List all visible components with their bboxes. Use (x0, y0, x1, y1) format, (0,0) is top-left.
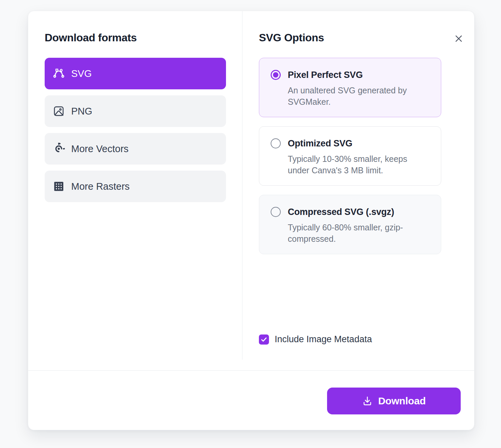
option-card-pixel-perfect[interactable]: Pixel Perfect SVG An unaltered SVG gener… (259, 58, 441, 117)
close-icon (454, 34, 464, 44)
metadata-row: Include Image Metadata (259, 334, 474, 345)
include-metadata-label: Include Image Metadata (275, 334, 372, 345)
download-dialog: Download formats (28, 11, 474, 430)
options-panel-title: SVG Options (259, 32, 474, 44)
page-background: Download formats (0, 0, 501, 448)
format-item-more-rasters[interactable]: More Rasters (45, 171, 226, 202)
option-title: Compressed SVG (.svgz) (288, 206, 394, 218)
raster-grid-icon (53, 180, 65, 192)
format-item-label: More Vectors (71, 143, 129, 154)
format-item-label: SVG (71, 68, 92, 79)
option-card-compressed[interactable]: Compressed SVG (.svgz) Typically 60-80% … (259, 195, 441, 254)
download-button[interactable]: Download (327, 388, 461, 414)
format-item-more-vectors[interactable]: More Vectors (45, 133, 226, 165)
svg-options-panel: SVG Options Pixel Perfect SVG An unalter… (242, 11, 474, 360)
format-item-svg[interactable]: SVG (45, 58, 226, 89)
format-list: SVG PNG (45, 58, 226, 202)
include-metadata-checkbox[interactable] (259, 334, 269, 345)
format-item-png[interactable]: PNG (45, 95, 226, 127)
download-button-label: Download (378, 395, 426, 407)
option-description: Typically 10-30% smaller, keeps under Ca… (288, 153, 419, 176)
dialog-footer: Download (28, 370, 474, 430)
download-icon (362, 396, 373, 406)
radio-optimized[interactable] (271, 138, 281, 148)
option-description: Typically 60-80% smaller, gzip-compresse… (288, 222, 419, 244)
bezier-curve-icon (53, 68, 65, 80)
option-title: Optimized SVG (288, 138, 352, 149)
option-card-optimized[interactable]: Optimized SVG Typically 10-30% smaller, … (259, 126, 441, 186)
spiral-vector-icon (53, 143, 65, 155)
format-item-label: More Rasters (71, 181, 130, 192)
format-item-label: PNG (71, 106, 92, 117)
close-button[interactable] (451, 31, 467, 47)
formats-panel: Download formats (28, 11, 242, 360)
dialog-body: Download formats (28, 11, 474, 370)
option-description: An unaltered SVG generated by SVGMaker. (288, 85, 419, 107)
formats-panel-title: Download formats (45, 32, 226, 44)
option-card-list: Pixel Perfect SVG An unaltered SVG gener… (259, 58, 474, 254)
radio-compressed[interactable] (271, 207, 281, 217)
checkmark-icon (260, 336, 268, 343)
radio-pixel-perfect[interactable] (271, 70, 281, 80)
option-title: Pixel Perfect SVG (288, 69, 363, 81)
image-icon (53, 105, 65, 117)
